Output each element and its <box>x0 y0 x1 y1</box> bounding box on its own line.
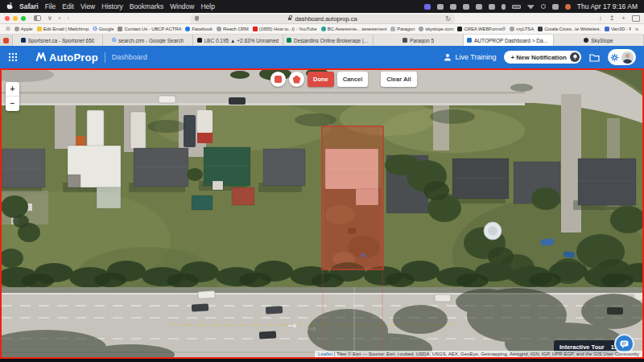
youtube-favicon-icon <box>253 27 258 31</box>
folder-icon[interactable] <box>589 53 600 62</box>
map-viewport: + − Done Cancel Clear All Interactive To… <box>0 68 644 359</box>
fullscreen-window-button[interactable] <box>21 16 26 21</box>
minimize-window-button[interactable] <box>13 16 18 21</box>
clock-icon[interactable] <box>476 4 482 10</box>
sidebar-icon[interactable] <box>34 15 41 21</box>
tab-sportsnet-ca-sportsnet-650[interactable]: Sportsnet.ca - Sportsnet 650 <box>13 35 103 46</box>
draw-rectangle-button[interactable] <box>270 72 286 87</box>
autoprop-header: AutoProp Dashboard Live Training + New N… <box>0 46 644 68</box>
bookmark-skyslope-com[interactable]: skyslope.com <box>419 27 453 31</box>
privacy-shield-icon[interactable] <box>195 16 199 21</box>
sound-icon[interactable] <box>489 4 495 10</box>
forward-icon[interactable]: › <box>68 14 70 23</box>
chevron-down-icon[interactable]: ∨ <box>47 14 52 23</box>
lock-icon <box>288 18 291 20</box>
menu-bookmarks[interactable]: Bookmarks <box>130 2 164 10</box>
draw-polygon-button[interactable] <box>289 72 304 87</box>
input-source-icon[interactable] <box>424 4 431 10</box>
zoom-in-button[interactable]: + <box>6 82 19 97</box>
bookmark-apple[interactable]: Apple <box>14 27 33 31</box>
tab-skyslope[interactable]: SkySlope <box>554 35 644 46</box>
menu-help[interactable]: Help <box>200 2 214 10</box>
apple-logo-icon[interactable] <box>6 2 13 10</box>
menu-edit[interactable]: Edit <box>62 2 74 10</box>
bookmark-paragon[interactable]: Paragon <box>390 27 415 31</box>
cloud-favicon-icon <box>390 27 395 31</box>
leaflet-link[interactable]: Leaflet <box>318 352 332 356</box>
facebook-favicon-icon <box>185 27 190 31</box>
bookmark-contact-us-ubcp-actra[interactable]: Contact Us - UBCP ACTRA <box>118 27 181 31</box>
bookmark-facebook[interactable]: Facebook <box>185 27 213 31</box>
autoprop-logo[interactable]: AutoProp <box>35 51 98 64</box>
close-window-button[interactable] <box>5 16 10 21</box>
bluetooth-icon[interactable] <box>502 4 506 10</box>
address-bar[interactable]: dashboard.autoprop.ca ↻ <box>191 14 455 23</box>
app-launcher-grid-icon[interactable] <box>8 52 18 62</box>
menu-view[interactable]: View <box>80 2 95 10</box>
avatar[interactable] <box>621 51 634 64</box>
display-icon[interactable] <box>552 4 559 10</box>
done-button[interactable]: Done <box>308 72 334 87</box>
tab-bar: Sportsnet.ca - Sportsnet 650Gsearch.crm … <box>0 35 644 46</box>
bookmark-google[interactable]: GGoogle <box>93 27 114 31</box>
new-notification-button[interactable]: + New Notification <box>504 51 581 64</box>
bookmark-van3d-prem-and-calgary[interactable]: Van3D - Prem... and Calgary <box>605 27 631 31</box>
menu-history[interactable]: History <box>101 2 122 10</box>
menu-window[interactable]: Window <box>170 2 194 10</box>
clear-all-button[interactable]: Clear All <box>381 72 416 87</box>
tab-autoprop-dashboard-dashboard[interactable]: AUTOPROP Dashboard > Dashboard <box>464 35 554 46</box>
profile-icon[interactable] <box>565 4 571 10</box>
breadcrumb[interactable]: Dashboard <box>112 53 147 61</box>
new-tab-icon[interactable]: + <box>621 14 625 23</box>
globe-favicon-icon <box>217 27 221 31</box>
crea-favicon-icon <box>457 27 462 31</box>
screen-record-icon[interactable] <box>463 4 469 10</box>
bookmark-cotala-cross-te-websites[interactable]: Cotala Cross...te Websites. <box>538 27 601 31</box>
share-icon[interactable]: ↥ <box>609 14 615 23</box>
spotlight-icon[interactable] <box>541 4 546 9</box>
favorites-grid-icon[interactable]: ⊞ <box>6 26 10 32</box>
globe-favicon-icon <box>419 27 423 31</box>
map-attribution: Leaflet | Tiles © Esri — Source: Esri, i… <box>315 351 642 357</box>
cancel-button[interactable]: Cancel <box>337 72 369 87</box>
bookmark-bc-assessme-assessment[interactable]: BC Assessme... assessment <box>321 27 387 31</box>
stage-manager-icon[interactable] <box>437 4 444 10</box>
gear-icon[interactable] <box>610 53 619 62</box>
autoprop-logo-mark-icon <box>35 52 47 62</box>
bookmark-crea-webforms[interactable]: CREA WEBForms® <box>457 27 506 31</box>
status-icons <box>424 4 571 10</box>
url-text: dashboard.autoprop.ca <box>295 15 357 23</box>
live-training-button[interactable]: Live Training <box>444 53 496 61</box>
account-pill[interactable] <box>608 49 636 65</box>
zoom-out-button[interactable]: − <box>6 97 19 111</box>
pinned-tab[interactable] <box>0 35 13 46</box>
menu-file[interactable]: File <box>45 2 56 10</box>
tiles-attribution-text: | Tiles © Esri — Source: Esri, i-cubed, … <box>332 352 639 356</box>
back-icon[interactable]: ‹ <box>59 14 61 23</box>
menu-bar-clock[interactable]: Thu Apr 17 9:16 AM <box>577 2 638 10</box>
wifi-icon[interactable] <box>527 4 535 10</box>
menu-items: SafariFileEditViewHistoryBookmarksWindow… <box>19 2 215 10</box>
tab-paragon-5[interactable]: Paragon 5 <box>374 35 464 46</box>
tabs-overview-icon[interactable] <box>633 16 639 21</box>
polygon-tool-icon <box>293 76 301 84</box>
tab-search-crm-google-search[interactable]: Gsearch.crm - Google Search <box>103 35 193 46</box>
download-icon[interactable]: ↓ <box>599 14 602 23</box>
bookmarks-overflow-chevron[interactable]: » <box>635 26 638 33</box>
bookmark-edit-email-mailchimp[interactable]: Edit Email | Mailchimp <box>37 27 89 31</box>
bookmark-1655-how-to-l-youtube[interactable]: (1655) How to...l) - YouTube <box>253 27 317 31</box>
reload-icon[interactable]: ↻ <box>445 14 451 23</box>
pinned-tab-favicon-icon <box>3 38 9 43</box>
shortcuts-icon[interactable] <box>450 4 456 10</box>
bookmark-myltsa[interactable]: myLTSA <box>510 27 534 31</box>
battery-icon[interactable] <box>512 5 521 9</box>
menu-safari[interactable]: Safari <box>19 2 39 10</box>
tab-desjardins-online-brokerage-[interactable]: Desjardins Online Brokerage | Buy Stocks… <box>283 35 374 46</box>
rectangle-tool-icon <box>275 76 282 83</box>
tab-lbc-0-195-2-63-unnamed[interactable]: LBC 0.195 ▲ +2.63% Unnamed <box>193 35 283 46</box>
aerial-imagery[interactable] <box>2 70 642 357</box>
bc-favicon-icon <box>321 27 326 31</box>
bookmark-reach-crm[interactable]: Reach CRM <box>217 27 249 31</box>
selected-parcel-highlight[interactable] <box>322 126 383 269</box>
bottom-edge <box>0 359 644 362</box>
